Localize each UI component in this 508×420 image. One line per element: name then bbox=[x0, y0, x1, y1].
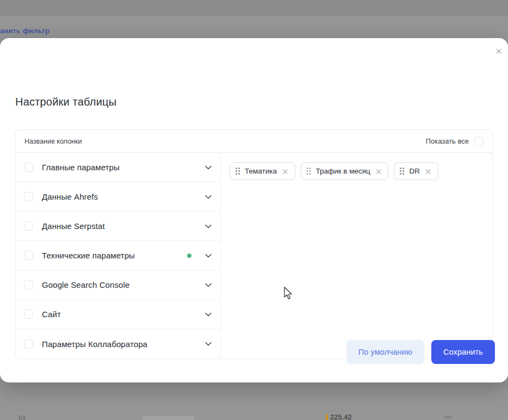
default-button[interactable]: По умолчанию bbox=[346, 340, 424, 364]
category-label: Данные Serpstat bbox=[42, 221, 196, 231]
chevron-down-icon[interactable] bbox=[205, 311, 212, 318]
category-label: Сайт bbox=[42, 310, 196, 319]
selected-column-chips: Тематика ✕ Трафик в месяц ✕ DR ✕ bbox=[230, 162, 484, 180]
dimmed-metric-value: 225.42 bbox=[330, 414, 352, 420]
remove-chip-icon[interactable]: ✕ bbox=[375, 167, 382, 176]
drag-handle-icon[interactable] bbox=[307, 168, 311, 175]
category-checkbox[interactable] bbox=[24, 192, 33, 201]
category-label: Главные параметры bbox=[42, 163, 196, 172]
category-label: Данные Ahrefs bbox=[42, 192, 196, 201]
active-indicator-dot bbox=[187, 254, 191, 258]
chip-label: Тематика bbox=[245, 167, 277, 175]
dimmed-table-row: 51 225.42 bbox=[0, 411, 508, 420]
columns-panel: Название колонки Показать все Главные па… bbox=[15, 129, 493, 359]
category-checkbox[interactable] bbox=[24, 280, 33, 289]
category-checkbox[interactable] bbox=[24, 163, 33, 172]
category-checkbox[interactable] bbox=[24, 310, 33, 319]
modal-footer: По умолчанию Сохранить bbox=[0, 340, 508, 364]
chevron-down-icon[interactable] bbox=[205, 193, 212, 201]
selected-columns-area: Тематика ✕ Трафик в месяц ✕ DR ✕ bbox=[221, 153, 492, 359]
panel-header: Название колонки Показать все bbox=[16, 130, 492, 153]
chip-traffic-per-month[interactable]: Трафик в месяц ✕ bbox=[301, 162, 389, 180]
dimmed-mark bbox=[444, 416, 451, 419]
remove-chip-icon[interactable]: ✕ bbox=[282, 167, 289, 176]
chip-label: DR bbox=[409, 167, 420, 175]
category-row-google-search-console[interactable]: Google Search Console bbox=[16, 270, 220, 300]
dimmed-save-filter-link: анить фильтр bbox=[0, 27, 49, 35]
drag-handle-icon[interactable] bbox=[236, 168, 240, 175]
column-name-header: Название колонки bbox=[24, 138, 82, 145]
category-list: Главные параметры Данные Ahrefs Данные S… bbox=[16, 153, 221, 359]
category-checkbox[interactable] bbox=[24, 221, 33, 231]
remove-chip-icon[interactable]: ✕ bbox=[425, 167, 432, 176]
category-row-main-params[interactable]: Главные параметры bbox=[16, 153, 220, 182]
chevron-down-icon[interactable] bbox=[205, 223, 212, 230]
category-row-site[interactable]: Сайт bbox=[16, 300, 220, 329]
close-icon[interactable]: × bbox=[493, 45, 505, 57]
chip-tematika[interactable]: Тематика ✕ bbox=[230, 162, 295, 180]
dimmed-page-header bbox=[0, 0, 508, 16]
table-settings-modal: Настройки таблицы Название колонки Показ… bbox=[0, 38, 508, 382]
category-checkbox[interactable] bbox=[24, 251, 33, 260]
modal-title: Настройки таблицы bbox=[15, 96, 116, 108]
chip-dr[interactable]: DR ✕ bbox=[394, 162, 438, 180]
category-row-ahrefs[interactable]: Данные Ahrefs bbox=[16, 182, 220, 212]
chip-label: Трафик в месяц bbox=[316, 167, 370, 175]
drag-handle-icon[interactable] bbox=[400, 168, 404, 175]
panel-body: Главные параметры Данные Ahrefs Данные S… bbox=[16, 153, 492, 359]
dimmed-bolt-icon bbox=[326, 414, 328, 420]
show-all-control: Показать все bbox=[426, 137, 484, 146]
chevron-down-icon[interactable] bbox=[205, 164, 212, 171]
category-label: Технические параметры bbox=[42, 251, 178, 260]
dimmed-table-cell bbox=[143, 416, 194, 420]
chevron-down-icon[interactable] bbox=[205, 252, 212, 260]
dimmed-metric: 225.42 bbox=[326, 414, 352, 420]
dimmed-row-number: 51 bbox=[18, 415, 26, 420]
category-row-technical-params[interactable]: Технические параметры bbox=[16, 241, 220, 270]
category-label: Google Search Console bbox=[42, 280, 196, 289]
show-all-checkbox[interactable] bbox=[474, 137, 484, 146]
save-button[interactable]: Сохранить bbox=[431, 340, 495, 364]
category-row-serpstat[interactable]: Данные Serpstat bbox=[16, 212, 220, 241]
show-all-label: Показать все bbox=[426, 137, 469, 145]
chevron-down-icon[interactable] bbox=[205, 281, 212, 289]
